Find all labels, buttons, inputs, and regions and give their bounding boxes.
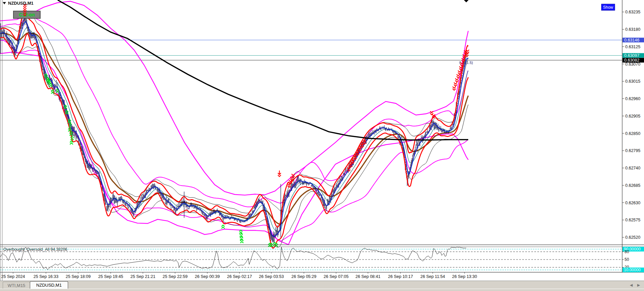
show-button[interactable]: Show bbox=[601, 4, 615, 10]
time-axis-label: 26 Sep 00:39 bbox=[195, 274, 220, 279]
price-scale-tick: 0.62740 bbox=[625, 166, 640, 170]
price-scale-tick: 0.63125 bbox=[625, 45, 640, 49]
price-label: 0.63082 bbox=[624, 58, 639, 63]
price-scale-tick: 0.62630 bbox=[625, 201, 640, 205]
price-scale-tick: 0.62520 bbox=[625, 235, 640, 240]
time-axis-label: 25 Sep 21:21 bbox=[130, 274, 155, 279]
sell-arrow-icon bbox=[292, 174, 294, 177]
sell-arrow-icon bbox=[278, 171, 281, 176]
chevron-down-icon[interactable] bbox=[3, 2, 6, 4]
time-axis-label: 26 Sep 02:17 bbox=[227, 274, 252, 279]
tab-wti-m15[interactable]: WTI,M15 bbox=[3, 282, 30, 289]
chart-tab-bar: WTI,M15 NZDUSD,M1 ◀ ▶ bbox=[0, 281, 644, 289]
price-label: 0.63146 bbox=[624, 38, 639, 43]
tab-scroll-right-icon[interactable]: ▶ bbox=[636, 283, 641, 287]
tab-scroll-left-icon[interactable]: ◀ bbox=[629, 283, 634, 287]
time-axis-label: 25 Sep 18:09 bbox=[66, 274, 91, 279]
price-scale-tick: 0.63235 bbox=[625, 10, 640, 14]
symbol-label-text: NZDUSD,M1 bbox=[8, 1, 34, 6]
sell-arrow-icon bbox=[23, 8, 26, 12]
oscillator-title: Overbought_Oversold_All 94.38206 bbox=[3, 247, 67, 252]
buy-arrow-icon bbox=[240, 233, 243, 237]
show-button-label: Show bbox=[603, 5, 613, 10]
sell-arrow-icon bbox=[288, 184, 290, 187]
time-axis-label: 26 Sep 05:29 bbox=[291, 274, 316, 279]
price-scale-tick: 0.62575 bbox=[625, 218, 640, 222]
buy-arrow-icon bbox=[222, 225, 224, 228]
time-axis-label: 26 Sep 10:17 bbox=[388, 274, 413, 279]
sell-arrow-icon bbox=[453, 87, 455, 90]
tab-nzdusd-m1-label: NZDUSD,M1 bbox=[36, 283, 62, 288]
time-axis-label: 26 Sep 07:05 bbox=[324, 274, 348, 279]
price-label: 0.63097 bbox=[624, 53, 639, 58]
sell-arrow-icon bbox=[455, 79, 458, 82]
sell-arrow-icon bbox=[466, 53, 468, 57]
price-scale-tick: 0.62850 bbox=[625, 131, 640, 136]
time-axis-label: 25 Sep 2024 bbox=[1, 274, 25, 279]
chart-window: C12-on 0.8 (1.5) Overbought_Oversold_All… bbox=[0, 0, 644, 291]
top-marker-icon bbox=[464, 0, 469, 2]
price-scale-tick: 0.63015 bbox=[625, 79, 640, 84]
chart-canvas: C12-on 0.8 (1.5) Overbought_Oversold_All… bbox=[0, 0, 644, 291]
time-axis-label: 26 Sep 11:54 bbox=[420, 274, 445, 279]
buy-arrow-icon bbox=[240, 239, 243, 243]
buy-arrow-icon bbox=[239, 230, 242, 233]
indicator-badge[interactable]: C12-on bbox=[13, 11, 40, 18]
tab-wti-m15-label: WTI,M15 bbox=[8, 283, 25, 288]
symbol-label: NZDUSD,M1 bbox=[3, 1, 34, 6]
time-axis-label: 26 Sep 13:30 bbox=[452, 274, 477, 279]
oscillator-level-label: 80 bbox=[625, 249, 629, 254]
tab-nzdusd-m1[interactable]: NZDUSD,M1 bbox=[30, 281, 68, 289]
time-axis-label: 26 Sep 08:41 bbox=[356, 274, 380, 279]
price-scale-tick: 0.63180 bbox=[625, 27, 640, 32]
price-scale-tick: 0.62960 bbox=[625, 96, 640, 101]
buy-arrow-icon bbox=[70, 141, 73, 144]
time-axis-label: 26 Sep 03:53 bbox=[259, 274, 284, 279]
time-axis-label: 25 Sep 19:45 bbox=[98, 274, 123, 279]
time-axis-label: 25 Sep 22:59 bbox=[163, 274, 187, 279]
status-bar bbox=[0, 289, 644, 291]
price-scale-tick: 0.62905 bbox=[625, 114, 640, 119]
sell-arrow-icon bbox=[454, 83, 457, 86]
price-scale-tick: 0.62685 bbox=[625, 183, 640, 188]
sell-arrow-icon bbox=[457, 75, 460, 78]
marker-label: 0.8 (1.5) bbox=[459, 61, 473, 65]
oscillator-level-label: 50 bbox=[625, 257, 629, 262]
sell-arrow-icon bbox=[466, 50, 469, 53]
indicator-badge-label: C12-on bbox=[19, 12, 35, 17]
oscillator-level-label: 10.00000 bbox=[624, 268, 641, 272]
price-scale-tick: 0.62795 bbox=[625, 148, 640, 153]
time-axis-label: 25 Sep 16:33 bbox=[34, 274, 58, 279]
